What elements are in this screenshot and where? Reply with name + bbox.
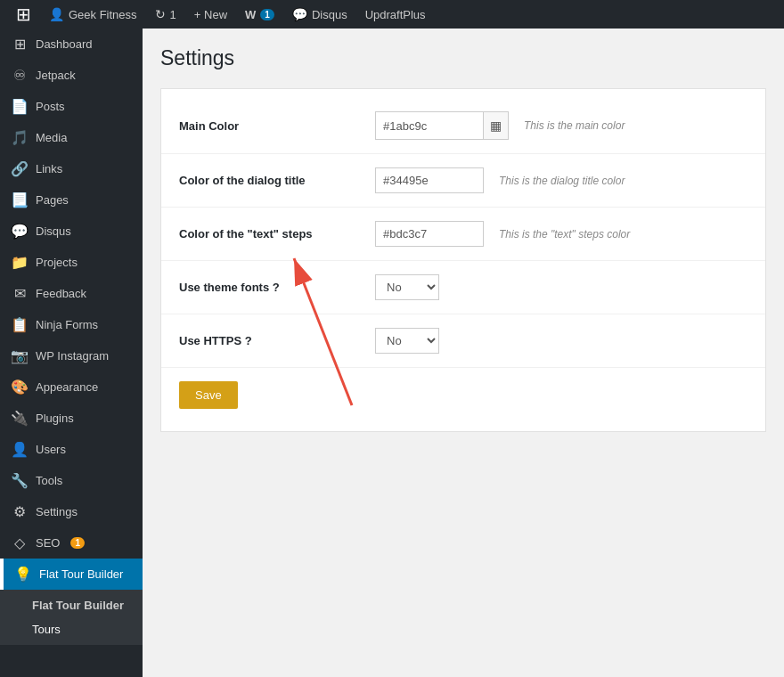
new-label: + New [194, 8, 227, 21]
update-count: 1 [170, 8, 176, 21]
text-steps-color-control: This is the "text" steps color [375, 221, 747, 247]
updraft-button[interactable]: UpdraftPlus [358, 0, 433, 29]
dialog-title-color-row: Color of the dialog title This is the di… [161, 154, 765, 208]
page-title: Settings [160, 46, 766, 70]
tools-icon: 🔧 [11, 472, 29, 489]
seo-icon: ◇ [11, 534, 29, 551]
disqus-label: Disqus [312, 8, 347, 21]
sidebar-label-feedback: Feedback [36, 287, 86, 300]
sidebar-label-dashboard: Dashboard [36, 37, 93, 51]
use-https-select[interactable]: No Yes [376, 329, 438, 353]
pages-icon: 📃 [11, 192, 29, 208]
sidebar-label-plugins: Plugins [36, 412, 74, 425]
appearance-icon: 🎨 [11, 379, 29, 396]
media-icon: 🎵 [11, 129, 29, 146]
sidebar-item-feedback[interactable]: ✉ Feedback [0, 278, 143, 309]
theme-fonts-control: No Yes [375, 274, 747, 300]
text-steps-color-hint: This is the "text" steps color [499, 228, 630, 241]
sidebar-label-appearance: Appearance [36, 380, 98, 394]
vc-icon: W [245, 8, 256, 21]
dashboard-icon: ⊞ [11, 36, 29, 53]
main-color-input[interactable] [376, 114, 483, 138]
plugins-icon: 🔌 [11, 410, 29, 427]
new-content-button[interactable]: + New [187, 0, 234, 29]
sidebar-item-ninja-forms[interactable]: 📋 Ninja Forms [0, 309, 143, 340]
main-color-swatch-button[interactable]: ▦ [483, 112, 508, 139]
sidebar-label-wp-instagram: WP Instagram [36, 349, 109, 363]
sidebar-item-appearance[interactable]: 🎨 Appearance [0, 371, 143, 403]
sidebar-label-ninja-forms: Ninja Forms [36, 318, 98, 331]
main-color-hint: This is the main color [524, 119, 625, 132]
main-content: Settings Main Color ▦ [143, 29, 784, 677]
dialog-title-color-label: Color of the dialog title [179, 174, 375, 187]
site-name-label: Geek Fitness [69, 8, 137, 21]
sidebar-item-media[interactable]: 🎵 Media [0, 122, 143, 153]
visual-composer-button[interactable]: W 1 [238, 0, 282, 29]
sidebar-item-jetpack[interactable]: ♾ Jetpack [0, 60, 143, 91]
main-color-row: Main Color ▦ This is the main color [161, 98, 765, 154]
sidebar-item-posts[interactable]: 📄 Posts [0, 91, 143, 122]
use-https-control: No Yes [375, 328, 747, 354]
submenu-parent-text: Flat Tour Builder [32, 599, 124, 612]
text-steps-color-input-wrap [375, 221, 484, 247]
sidebar-item-tours[interactable]: Tours [0, 617, 143, 641]
refresh-icon: ↻ [155, 7, 166, 21]
sidebar-label-settings: Settings [36, 505, 78, 518]
sidebar-item-flat-tour-builder[interactable]: 💡 Flat Tour Builder [0, 559, 143, 590]
vc-badge: 1 [260, 9, 274, 20]
sidebar: ⊞ Dashboard ♾ Jetpack 📄 Posts 🎵 Media 🔗 … [0, 29, 143, 677]
settings-icon: ⚙ [11, 503, 29, 520]
sidebar-item-links[interactable]: 🔗 Links [0, 153, 143, 184]
posts-icon: 📄 [11, 98, 29, 115]
sidebar-item-projects[interactable]: 📁 Projects [0, 247, 143, 278]
disqus-button[interactable]: 💬 Disqus [285, 0, 355, 29]
projects-icon: 📁 [11, 254, 29, 271]
seo-badge: 1 [70, 537, 85, 549]
main-color-input-wrap: ▦ [375, 111, 509, 140]
sidebar-label-projects: Projects [36, 256, 78, 269]
sidebar-item-disqus[interactable]: 💬 Disqus [0, 216, 143, 247]
person-icon: 👤 [49, 7, 64, 21]
sidebar-label-media: Media [36, 131, 67, 144]
flat-tour-builder-submenu: Flat Tour Builder Tours [0, 590, 143, 645]
sidebar-label-pages: Pages [36, 193, 69, 207]
links-icon: 🔗 [11, 160, 29, 177]
save-button[interactable]: Save [179, 381, 238, 409]
theme-fonts-row: Use theme fonts ? No Yes [161, 261, 765, 314]
site-name-button[interactable]: 👤 Geek Fitness [42, 0, 144, 29]
flat-tour-builder-icon: 💡 [14, 566, 32, 583]
feedback-icon: ✉ [11, 285, 29, 302]
sidebar-item-tools[interactable]: 🔧 Tools [0, 465, 143, 496]
sidebar-label-jetpack: Jetpack [36, 69, 76, 82]
text-steps-color-label: Color of the "text" steps [179, 227, 375, 241]
dialog-title-color-hint: This is the dialog title color [499, 175, 625, 187]
sidebar-label-posts: Posts [36, 100, 65, 113]
theme-fonts-select-wrap: No Yes [375, 274, 439, 300]
dialog-title-color-control: This is the dialog title color [375, 167, 747, 193]
sidebar-item-settings[interactable]: ⚙ Settings [0, 496, 143, 527]
dialog-title-color-input[interactable] [376, 168, 483, 192]
sidebar-item-plugins[interactable]: 🔌 Plugins [0, 403, 143, 434]
updates-button[interactable]: ↻ 1 [148, 0, 184, 29]
use-https-row: Use HTTPS ? No Yes [161, 314, 765, 368]
disqus-icon: 💬 [11, 223, 29, 240]
wp-logo-icon: ⊞ [16, 4, 31, 25]
layout: ⊞ Dashboard ♾ Jetpack 📄 Posts 🎵 Media 🔗 … [0, 29, 784, 677]
save-row: Save [161, 368, 765, 422]
sidebar-label-users: Users [36, 443, 66, 456]
jetpack-icon: ♾ [11, 67, 29, 84]
sidebar-item-dashboard[interactable]: ⊞ Dashboard [0, 29, 143, 60]
wp-logo-button[interactable]: ⊞ [9, 0, 38, 29]
text-steps-color-row: Color of the "text" steps This is the "t… [161, 208, 765, 261]
sidebar-item-users[interactable]: 👤 Users [0, 434, 143, 465]
theme-fonts-label: Use theme fonts ? [179, 281, 375, 294]
text-steps-color-input[interactable] [376, 222, 483, 246]
sidebar-label-flat-tour-builder: Flat Tour Builder [39, 567, 123, 581]
users-icon: 👤 [11, 441, 29, 458]
sidebar-item-wp-instagram[interactable]: 📷 WP Instagram [0, 340, 143, 371]
dialog-title-color-input-wrap [375, 167, 484, 193]
use-https-select-wrap: No Yes [375, 328, 439, 354]
sidebar-item-seo[interactable]: ◇ SEO 1 [0, 527, 143, 559]
sidebar-item-pages[interactable]: 📃 Pages [0, 184, 143, 216]
theme-fonts-select[interactable]: No Yes [376, 275, 438, 299]
